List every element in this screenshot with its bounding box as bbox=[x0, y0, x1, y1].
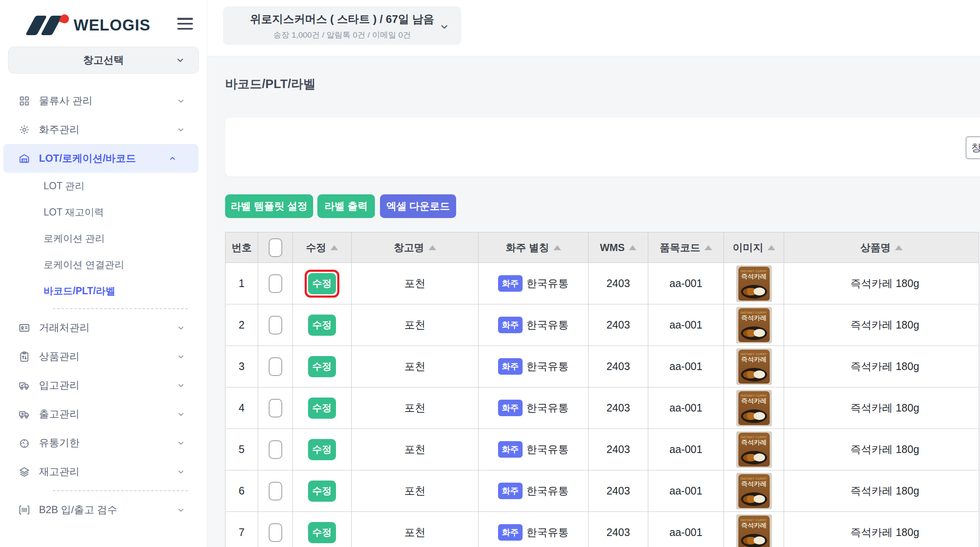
row-checkbox-cell bbox=[258, 346, 293, 387]
edit-button[interactable]: 수정 bbox=[308, 398, 336, 419]
table-row: 1수정포천화주한국유통2403aa-001INSTANT CURRY즉석카레즉석… bbox=[226, 263, 979, 304]
sidebar-subitem-5[interactable]: 로케이션 관리 bbox=[0, 225, 207, 251]
sidebar-item-1[interactable]: 화주관리 bbox=[0, 115, 207, 144]
column-header-2[interactable]: 수정 bbox=[293, 232, 352, 263]
warehouse-name: 포천 bbox=[352, 304, 479, 346]
owner-cell: 화주한국유통 bbox=[479, 512, 589, 547]
toolbar: 라벨 템플릿 설정 라벨 출력 엑셀 다운로드 bbox=[225, 194, 456, 218]
owner-cell: 화주한국유통 bbox=[479, 263, 589, 304]
label-template-settings-button[interactable]: 라벨 템플릿 설정 bbox=[225, 194, 313, 218]
hamburger-menu-icon[interactable] bbox=[177, 18, 193, 30]
edit-button[interactable]: 수정 bbox=[308, 481, 336, 502]
column-header-3[interactable]: 창고명 bbox=[352, 232, 479, 263]
product-image-title: 즉석카레 bbox=[738, 314, 770, 322]
label-print-button[interactable]: 라벨 출력 bbox=[317, 194, 375, 218]
warehouse-name: 포천 bbox=[352, 387, 479, 429]
product-image-title: 즉석카레 bbox=[738, 480, 770, 488]
sidebar-item-label: 유통기한 bbox=[39, 436, 80, 450]
sort-arrow-icon bbox=[629, 245, 636, 250]
wms-code: 2403 bbox=[589, 346, 648, 387]
row-checkbox[interactable] bbox=[269, 274, 282, 293]
row-number: 5 bbox=[226, 429, 258, 470]
item-code: aa-001 bbox=[648, 429, 724, 470]
edit-button[interactable]: 수정 bbox=[308, 356, 336, 377]
wms-code: 2403 bbox=[589, 304, 648, 346]
sidebar-subitem-6[interactable]: 로케이션 연결관리 bbox=[0, 251, 207, 278]
gear-icon bbox=[19, 124, 30, 135]
sort-arrow-icon bbox=[553, 245, 561, 250]
row-number: 7 bbox=[226, 512, 258, 547]
item-code: aa-001 bbox=[648, 387, 724, 429]
warehouse-name: 포천 bbox=[352, 512, 479, 547]
sidebar-nav: 물류사 관리화주관리LOT/로케이션/바코드LOT 관리LOT 재고이력로케이션… bbox=[0, 86, 207, 524]
sidebar-item-label: LOT/로케이션/바코드 bbox=[39, 152, 136, 165]
sidebar-item-11[interactable]: 입고관리 bbox=[0, 371, 207, 400]
sort-arrow-icon bbox=[330, 245, 338, 250]
curry-plate-graphic bbox=[741, 534, 767, 547]
row-checkbox[interactable] bbox=[269, 399, 282, 417]
table-body: 1수정포천화주한국유통2403aa-001INSTANT CURRY즉석카레즉석… bbox=[226, 263, 979, 547]
column-header-8[interactable]: 상품명 bbox=[784, 232, 979, 263]
product-image-title: 즉석카레 bbox=[738, 356, 770, 364]
wms-code: 2403 bbox=[589, 470, 648, 512]
sidebar-item-label: B2B 입/출고 검수 bbox=[39, 503, 117, 517]
row-checkbox[interactable] bbox=[269, 316, 282, 334]
edit-button[interactable]: 수정 bbox=[308, 439, 336, 460]
edit-button[interactable]: 수정 bbox=[308, 315, 336, 336]
table-row: 6수정포천화주한국유통2403aa-001INSTANT CURRY즉석카레즉석… bbox=[226, 470, 979, 512]
product-name: 즉석카레 180g bbox=[784, 512, 979, 547]
barcode-label-table: 번호수정창고명화주 별칭WMS품목코드이미지상품명 1수정포천화주한국유통240… bbox=[225, 232, 979, 547]
owner-name: 한국유통 bbox=[526, 402, 569, 414]
sidebar-item-12[interactable]: 출고관리 bbox=[0, 400, 207, 428]
product-image-subtitle: INSTANT CURRY bbox=[738, 270, 770, 273]
sidebar-item-13[interactable]: 유통기한 bbox=[0, 428, 207, 457]
row-checkbox[interactable] bbox=[269, 523, 282, 542]
image-cell: INSTANT CURRY즉석카레 bbox=[724, 429, 784, 470]
product-image-subtitle: INSTANT CURRY bbox=[738, 477, 770, 480]
excel-download-button[interactable]: 엑셀 다운로드 bbox=[380, 194, 456, 218]
chevron-down-icon bbox=[177, 97, 185, 105]
welogis-logo: WELOGIS bbox=[25, 14, 151, 36]
grid-icon bbox=[19, 95, 30, 107]
chevron-down-icon bbox=[177, 410, 185, 418]
wms-code: 2403 bbox=[589, 512, 648, 547]
column-header-5[interactable]: WMS bbox=[589, 232, 648, 263]
edit-cell: 수정 bbox=[293, 387, 352, 429]
wms-code: 2403 bbox=[589, 263, 648, 304]
sidebar-item-10[interactable]: 상품관리 bbox=[0, 342, 207, 371]
column-header-7[interactable]: 이미지 bbox=[724, 232, 784, 263]
owner-name: 한국유통 bbox=[526, 485, 569, 497]
sidebar-subitem-3[interactable]: LOT 관리 bbox=[0, 173, 207, 199]
warehouse-icon bbox=[19, 153, 30, 164]
sidebar-item-0[interactable]: 물류사 관리 bbox=[0, 86, 207, 115]
id-card-icon bbox=[19, 322, 30, 334]
table-row: 4수정포천화주한국유통2403aa-001INSTANT CURRY즉석카레즉석… bbox=[226, 387, 979, 429]
column-header-6[interactable]: 품목코드 bbox=[648, 232, 724, 263]
sidebar-item-2[interactable]: LOT/로케이션/바코드 bbox=[3, 144, 198, 173]
column-header-4[interactable]: 화주 별칭 bbox=[479, 232, 589, 263]
edit-button[interactable]: 수정 bbox=[308, 522, 336, 543]
item-code: aa-001 bbox=[648, 346, 724, 387]
row-checkbox-cell bbox=[258, 470, 293, 512]
row-checkbox[interactable] bbox=[269, 440, 282, 459]
sidebar-subitem-7[interactable]: 바코드/PLT/라벨 bbox=[0, 278, 207, 304]
company-selector[interactable]: 위로지스커머스 ( 스타트 ) / 67일 남음 송장 1,000건 / 알림톡… bbox=[223, 6, 461, 45]
select-all-checkbox[interactable] bbox=[269, 238, 282, 257]
chevron-down-icon bbox=[177, 506, 185, 514]
sidebar-subitem-4[interactable]: LOT 재고이력 bbox=[0, 199, 207, 225]
sidebar-item-16[interactable]: B2B 입/출고 검수 bbox=[0, 495, 207, 524]
product-image: INSTANT CURRY즉석카레 bbox=[736, 514, 772, 547]
chevron-down-icon bbox=[439, 22, 449, 32]
sidebar-item-14[interactable]: 재고관리 bbox=[0, 457, 207, 486]
warehouse-select-button[interactable]: 창고선택 bbox=[8, 47, 199, 74]
sidebar-item-9[interactable]: 거래처관리 bbox=[0, 313, 207, 342]
row-checkbox[interactable] bbox=[269, 357, 282, 376]
truck-in-icon bbox=[19, 380, 30, 391]
column-label: 수정 bbox=[306, 242, 326, 253]
warehouse-select-label: 창고선택 bbox=[83, 53, 124, 67]
clipped-edge-button[interactable]: 창 bbox=[966, 136, 980, 159]
row-checkbox[interactable] bbox=[269, 482, 282, 500]
sidebar-item-label: 거래처관리 bbox=[39, 321, 90, 334]
edit-button[interactable]: 수정 bbox=[308, 273, 336, 294]
owner-badge: 화주 bbox=[498, 524, 523, 541]
